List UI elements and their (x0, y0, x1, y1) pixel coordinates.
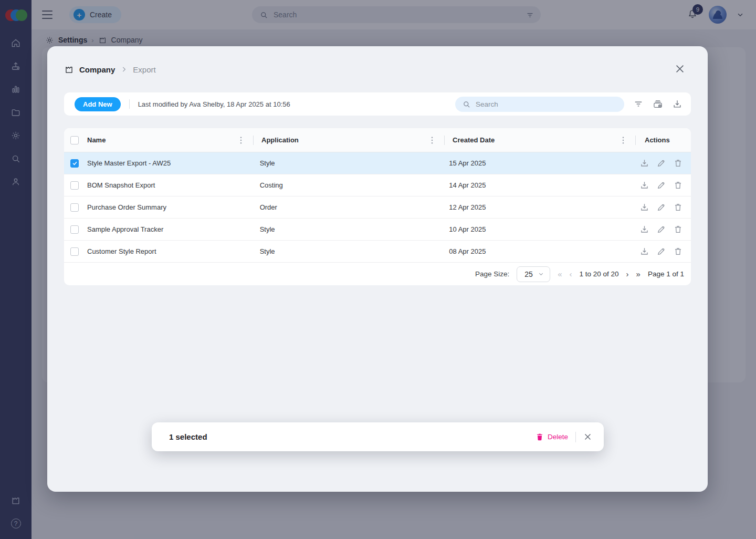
cell-created-date: 08 Apr 2025 (449, 247, 486, 255)
download-icon[interactable] (639, 224, 649, 234)
cell-application: Costing (260, 181, 283, 189)
selected-count: 1 selected (169, 432, 207, 441)
cell-name: Customer Style Report (87, 247, 156, 255)
column-label-actions: Actions (645, 136, 670, 144)
chevron-right-icon (120, 66, 128, 73)
table-row[interactable]: Customer Style Report Style 08 Apr 2025 (64, 241, 691, 263)
saved-views-icon[interactable] (653, 99, 663, 109)
row-checkbox[interactable] (70, 225, 79, 234)
toolbar-divider (129, 99, 130, 109)
column-label-name: Name (87, 136, 106, 144)
filter-icon[interactable] (633, 99, 644, 109)
cell-name: BOM Snapshot Export (87, 181, 155, 189)
selection-divider (575, 432, 576, 442)
edit-icon[interactable] (656, 246, 666, 256)
delete-icon[interactable] (673, 158, 683, 168)
cell-application: Style (260, 159, 275, 167)
cell-application: Style (260, 225, 275, 233)
modal-breadcrumb-export: Export (133, 65, 155, 74)
header-created-date: Created Date (445, 136, 636, 144)
cell-application: Order (260, 203, 277, 211)
column-menu-icon[interactable] (240, 137, 242, 144)
edit-icon[interactable] (656, 158, 666, 168)
column-divider (635, 136, 636, 145)
selection-actions: Delete (536, 432, 592, 442)
download-icon[interactable] (639, 180, 649, 190)
column-menu-icon[interactable] (431, 137, 433, 144)
delete-label: Delete (548, 433, 568, 441)
header-actions: Actions (636, 136, 691, 144)
cell-created-date: 14 Apr 2025 (449, 181, 486, 189)
edit-icon[interactable] (656, 202, 666, 212)
modal-header: Company Export (64, 46, 691, 92)
table-search[interactable] (455, 97, 624, 112)
search-icon (462, 100, 471, 109)
close-icon[interactable] (583, 432, 592, 441)
cell-created-date: 15 Apr 2025 (449, 159, 486, 167)
modal-toolbar: Add New Last modified by Ava Shelby, 18 … (64, 92, 691, 116)
delete-icon[interactable] (673, 202, 683, 212)
next-page-button[interactable]: › (626, 270, 629, 278)
export-table: Name Application Created Date Actions (64, 128, 691, 285)
add-new-button[interactable]: Add New (75, 97, 121, 111)
cell-application: Style (260, 247, 275, 255)
cell-name: Sample Approval Tracker (87, 225, 163, 233)
row-checkbox[interactable] (70, 159, 79, 168)
delete-icon (536, 432, 544, 441)
row-checkbox[interactable] (70, 203, 79, 212)
last-page-button[interactable]: » (636, 270, 640, 278)
edit-icon[interactable] (656, 224, 666, 234)
page-indicator: Page 1 of 1 (648, 270, 684, 278)
chevron-down-icon (538, 271, 544, 277)
modal-breadcrumb-company[interactable]: Company (79, 65, 115, 74)
delete-icon[interactable] (673, 180, 683, 190)
header-name: Name (64, 136, 254, 144)
download-icon[interactable] (639, 158, 649, 168)
column-menu-icon[interactable] (622, 137, 624, 144)
download-icon[interactable] (639, 202, 649, 212)
last-modified-text: Last modified by Ava Shelby, 18 Apr 2025… (138, 100, 290, 108)
edit-icon[interactable] (656, 180, 666, 190)
selection-bar: 1 selected Delete (152, 422, 604, 451)
cell-name: Style Master Export - AW25 (87, 159, 171, 167)
company-icon (64, 65, 74, 75)
delete-button[interactable]: Delete (536, 432, 568, 441)
select-all-checkbox[interactable] (70, 136, 79, 144)
toolbar-right (455, 97, 682, 112)
pagination-range: 1 to 20 of 20 (580, 270, 619, 278)
delete-icon[interactable] (673, 224, 683, 234)
table-row[interactable]: Sample Approval Tracker Style 10 Apr 202… (64, 219, 691, 241)
table-search-input[interactable] (476, 100, 624, 108)
column-label-application: Application (261, 136, 299, 144)
row-checkbox[interactable] (70, 181, 79, 190)
delete-icon[interactable] (673, 246, 683, 256)
table-header-row: Name Application Created Date Actions (64, 128, 691, 152)
table-row[interactable]: Style Master Export - AW25 Style 15 Apr … (64, 152, 691, 174)
column-label-created-date: Created Date (453, 136, 495, 144)
modal-breadcrumb: Company Export (64, 65, 156, 75)
table-row[interactable]: BOM Snapshot Export Costing 14 Apr 2025 (64, 174, 691, 196)
close-icon[interactable] (674, 63, 686, 75)
cell-created-date: 10 Apr 2025 (449, 225, 486, 233)
pagination: Page Size: 25 « ‹ 1 to 20 of 20 › » Page… (64, 263, 691, 285)
download-icon[interactable] (672, 99, 682, 109)
prev-page-button[interactable]: ‹ (570, 270, 572, 278)
download-icon[interactable] (639, 246, 649, 256)
cell-name: Purchase Order Summary (87, 203, 166, 211)
cell-created-date: 12 Apr 2025 (449, 203, 486, 211)
table-row[interactable]: Purchase Order Summary Order 12 Apr 2025 (64, 196, 691, 219)
header-application: Application (254, 136, 445, 144)
page-size-value: 25 (524, 270, 533, 278)
page-size-label: Page Size: (475, 270, 509, 278)
first-page-button[interactable]: « (558, 270, 562, 278)
page-size-select[interactable]: 25 (517, 266, 550, 282)
row-checkbox[interactable] (70, 247, 79, 256)
check-icon (72, 160, 78, 166)
